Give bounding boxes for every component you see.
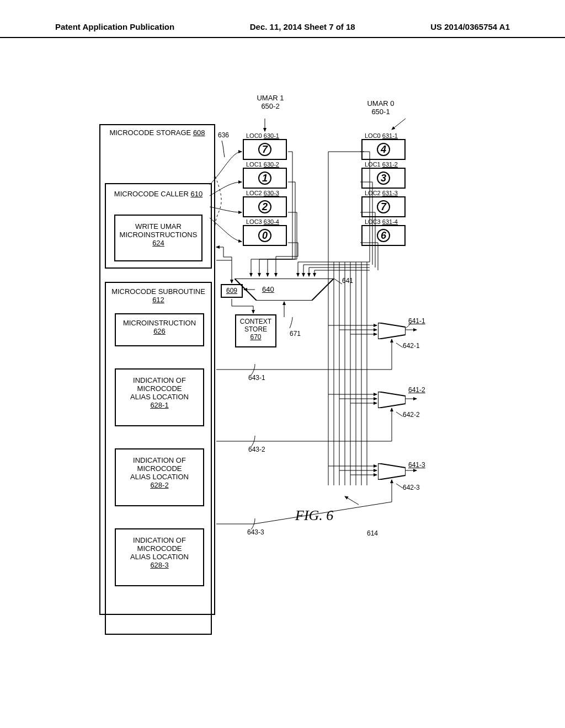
mux-641-3 (378, 463, 406, 480)
loc-label: LOC3 630-4 (246, 218, 287, 225)
ref-643-2: 643-2 (248, 446, 265, 453)
umar1-label: UMAR 1650-2 (248, 94, 292, 110)
ref-641-3: 641-3 (408, 461, 425, 469)
header-left: Patent Application Publication (55, 22, 174, 31)
header-right: US 2014/0365754 A1 (430, 22, 510, 31)
ref-614: 614 (367, 529, 378, 537)
umar0-loc1: 3 (361, 168, 406, 189)
storage-title: MICROCODE STORAGE 608 (100, 125, 214, 140)
subroutine-title: MICROCODE SUBROUTINE612 (106, 283, 211, 305)
umar1-loc2: 2 (243, 196, 287, 217)
microcode-caller-box: MICROCODE CALLER 610 WRITE UMAR MICROINS… (105, 183, 212, 269)
microcode-subroutine-box: MICROCODE SUBROUTINE612 MICROINSTRUCTION… (105, 282, 212, 635)
mux-640 (234, 279, 334, 301)
umar0-label: UMAR 0650-1 (359, 99, 403, 116)
ref-642-1: 642-1 (403, 342, 420, 350)
ref-643-3: 643-3 (247, 528, 264, 536)
umar0-loc3: 6 (361, 225, 406, 246)
ref-641: 641 (342, 277, 353, 285)
ref-671: 671 (290, 330, 301, 338)
caller-title: MICROCODE CALLER 610 (106, 184, 211, 201)
ref-642-2: 642-2 (403, 411, 420, 419)
loc-label: LOC1 631-2 (365, 161, 406, 168)
page-header: Patent Application Publication Dec. 11, … (0, 0, 565, 38)
loc-label: LOC2 631-3 (365, 190, 406, 196)
box-609: 609 (221, 284, 243, 298)
loc-label: LOC3 631-4 (365, 218, 406, 225)
microinstruction-box: MICROINSTRUCTION626 (115, 313, 204, 346)
ref-642-3: 642-3 (403, 484, 420, 491)
umar1-loc0: 7 (243, 139, 287, 160)
figure-diagram: UMAR 1650-2 UMAR 0650-1 MICROCODE STORAG… (99, 99, 441, 629)
alias-box-1: INDICATION OFMICROCODE ALIAS LOCATION628… (115, 368, 204, 426)
mux-641-1 (378, 323, 406, 339)
loc-label: LOC1 630-2 (246, 161, 287, 168)
loc-label: LOC0 631-1 (365, 132, 406, 139)
ref-643-1: 643-1 (248, 374, 265, 382)
figure-label: FIG. 6 (295, 507, 333, 524)
umar1-column: LOC0 630-1 7 LOC1 630-2 1 LOC2 630-3 2 L… (243, 132, 287, 247)
loc-label: LOC0 630-1 (246, 132, 287, 139)
mux-641-2 (378, 392, 406, 408)
ref-641-1: 641-1 (408, 317, 425, 325)
loc-label: LOC2 630-3 (246, 190, 287, 196)
write-umar-box: WRITE UMAR MICROINSTRUCTIONS 624 (114, 215, 202, 261)
umar0-column: LOC0 631-1 4 LOC1 631-2 3 LOC2 631-3 7 L… (361, 132, 406, 247)
ref-636: 636 (218, 131, 229, 139)
alias-box-3: INDICATION OFMICROCODE ALIAS LOCATION628… (115, 528, 204, 586)
umar1-loc3: 0 (243, 225, 287, 246)
context-store-box: CONTEXTSTORE 670 (235, 314, 276, 347)
header-mid: Dec. 11, 2014 Sheet 7 of 18 (250, 22, 355, 31)
alias-box-2: INDICATION OFMICROCODE ALIAS LOCATION628… (115, 448, 204, 506)
ref-641-2: 641-2 (408, 386, 425, 394)
umar0-loc2: 7 (361, 196, 406, 217)
microcode-storage-box: MICROCODE STORAGE 608 MICROCODE CALLER 6… (99, 124, 215, 615)
mux640-ref: 640 (262, 285, 274, 293)
umar0-loc0: 4 (361, 139, 406, 160)
umar1-loc1: 1 (243, 168, 287, 189)
